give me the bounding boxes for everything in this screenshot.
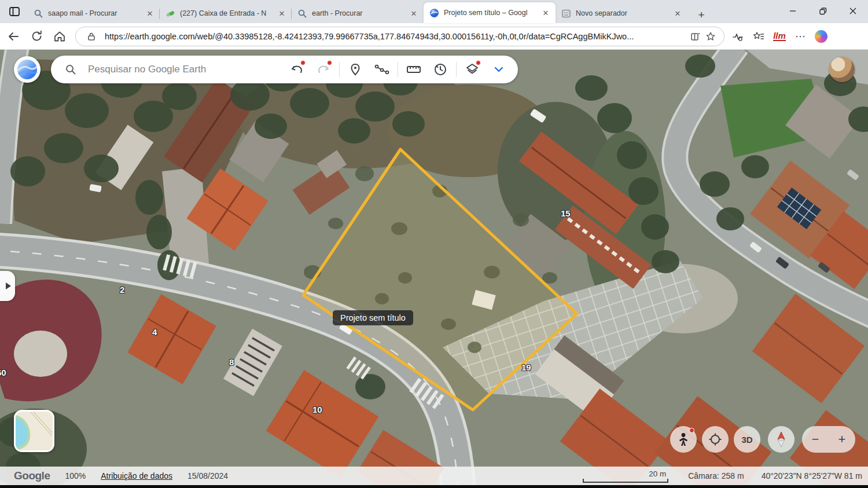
tab-title: saapo mail - Procurar bbox=[48, 9, 145, 17]
camera-altitude: Câmara: 258 m bbox=[688, 471, 744, 480]
home-button[interactable] bbox=[50, 27, 69, 46]
close-window-button[interactable] bbox=[838, 0, 868, 22]
favorite-star-icon[interactable] bbox=[703, 29, 718, 44]
tab-google-earth-active[interactable]: Projeto sem título – Googl ✕ bbox=[424, 2, 556, 23]
tab-title: Novo separador bbox=[576, 9, 672, 17]
back-button[interactable] bbox=[3, 27, 23, 46]
address-bar[interactable]: https://earth.google.com/web/@40.3398512… bbox=[75, 27, 724, 46]
tab-novo-separador[interactable]: Novo separador ✕ bbox=[556, 3, 687, 23]
street-number-label: 15 bbox=[561, 208, 571, 218]
imagery-zoom-percent: 100% bbox=[65, 471, 86, 480]
collapse-toolbar-chevron-icon[interactable] bbox=[486, 56, 512, 83]
settings-more-icon[interactable]: ⋯ bbox=[792, 28, 809, 45]
data-attribution-link[interactable]: Atribuição de dados bbox=[101, 471, 172, 480]
zoom-out-button[interactable]: − bbox=[804, 432, 827, 447]
street-number-label: 4 bbox=[152, 327, 157, 337]
llm-extension-icon[interactable]: llm bbox=[771, 28, 788, 45]
my-location-button[interactable] bbox=[702, 426, 729, 453]
street-number-label: 19 bbox=[521, 362, 531, 372]
project-tooltip: Projeto sem título bbox=[333, 310, 413, 325]
new-tab-page-icon bbox=[561, 9, 571, 19]
tab-actions-icon[interactable] bbox=[7, 4, 22, 19]
close-tab-icon[interactable]: ✕ bbox=[277, 8, 287, 19]
tab-title: (227) Caixa de Entrada - N bbox=[180, 9, 277, 17]
compass[interactable] bbox=[768, 426, 795, 453]
lock-icon[interactable] bbox=[84, 29, 99, 44]
redo-button[interactable] bbox=[310, 56, 337, 83]
reload-button[interactable] bbox=[27, 27, 46, 46]
street-number-label: 2 bbox=[120, 285, 124, 295]
notification-dot bbox=[300, 60, 306, 65]
close-tab-icon[interactable]: ✕ bbox=[409, 8, 419, 19]
scale-label: 20 m bbox=[649, 469, 666, 478]
notification-dot bbox=[476, 60, 481, 65]
restore-button[interactable] bbox=[808, 0, 838, 22]
tab-title: Projeto sem título – Googl bbox=[444, 9, 540, 17]
close-tab-icon[interactable]: ✕ bbox=[540, 8, 551, 18]
cursor-coordinates: 40°20'23"N 8°25'27"W 81 m bbox=[762, 471, 862, 480]
chevron-right-icon bbox=[6, 282, 11, 289]
placemark-pin-button[interactable] bbox=[342, 56, 369, 83]
search-input[interactable] bbox=[88, 64, 284, 75]
layers-button[interactable] bbox=[459, 56, 486, 83]
split-screen-icon[interactable] bbox=[688, 29, 703, 44]
account-avatar[interactable] bbox=[829, 57, 855, 82]
imagery-date: 15/08/2024 bbox=[187, 471, 228, 480]
zoom-controls: − + bbox=[802, 426, 855, 453]
search-icon bbox=[297, 9, 307, 19]
window-controls bbox=[778, 0, 868, 23]
close-tab-icon[interactable]: ✕ bbox=[672, 8, 683, 19]
notification-dot bbox=[689, 428, 694, 433]
street-number-label: 10 bbox=[312, 405, 322, 414]
browser-essentials-icon[interactable] bbox=[729, 28, 746, 45]
earth-toolbar bbox=[51, 56, 518, 83]
tab-caixa-entrada[interactable]: (227) Caixa de Entrada - N ✕ bbox=[160, 3, 292, 23]
satellite-imagery bbox=[0, 50, 868, 488]
google-earth-icon bbox=[429, 8, 439, 18]
satellite-map[interactable]: 2 4 8 10 15 19 60 Projeto sem título bbox=[0, 50, 868, 488]
measure-ruler-button[interactable] bbox=[400, 56, 427, 83]
google-logo: Google bbox=[14, 469, 50, 482]
earth-status-bar: Google 100% Atribuição de dados 15/08/20… bbox=[0, 467, 868, 485]
undo-button[interactable] bbox=[284, 56, 310, 83]
tab-saapo-mail[interactable]: saapo mail - Procurar ✕ bbox=[28, 3, 160, 23]
tab-earth-search[interactable]: earth - Procurar ✕ bbox=[292, 3, 424, 23]
zoom-in-button[interactable]: + bbox=[830, 432, 854, 447]
google-earth-logo[interactable] bbox=[14, 56, 41, 83]
favorites-hub-icon[interactable] bbox=[750, 28, 767, 45]
new-tab-button[interactable]: + bbox=[693, 7, 709, 23]
street-number-label: 8 bbox=[229, 357, 234, 367]
url-text[interactable]: https://earth.google.com/web/@40.3398512… bbox=[105, 32, 688, 41]
browser-tab-strip: saapo mail - Procurar ✕ (227) Caixa de E… bbox=[0, 0, 868, 23]
window-bottom-edge bbox=[0, 485, 868, 488]
minimize-button[interactable] bbox=[778, 0, 808, 22]
earth-topbar bbox=[14, 56, 518, 83]
search-icon bbox=[34, 9, 43, 19]
street-number-label: 60 bbox=[0, 368, 6, 377]
pegman-streetview-button[interactable] bbox=[670, 426, 697, 453]
map-scale: 20 m bbox=[583, 469, 668, 483]
notification-dot bbox=[327, 60, 332, 65]
path-line-button[interactable] bbox=[369, 56, 395, 83]
overview-minimap[interactable] bbox=[14, 410, 54, 452]
close-tab-icon[interactable]: ✕ bbox=[145, 8, 155, 19]
copilot-icon[interactable] bbox=[812, 28, 830, 45]
scale-bar bbox=[583, 479, 668, 483]
side-panel-toggle[interactable] bbox=[0, 271, 15, 301]
tab-title: earth - Procurar bbox=[312, 9, 409, 17]
historical-imagery-button[interactable] bbox=[427, 56, 454, 83]
3d-toggle-button[interactable]: 3D bbox=[734, 426, 760, 453]
browser-toolbar: https://earth.google.com/web/@40.3398512… bbox=[0, 23, 868, 50]
map-controls: 3D − + bbox=[670, 426, 855, 453]
toolbar-right-icons: llm ⋯ bbox=[729, 28, 830, 45]
mail-icon bbox=[165, 9, 175, 19]
search-icon[interactable] bbox=[65, 64, 76, 75]
